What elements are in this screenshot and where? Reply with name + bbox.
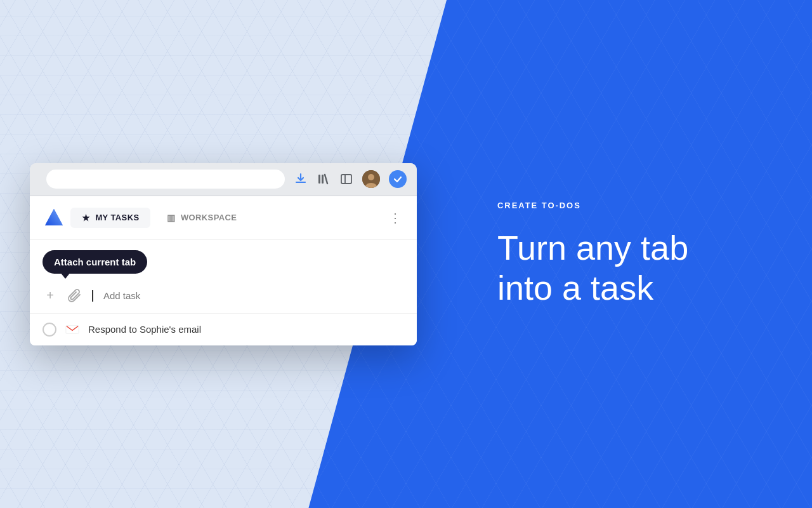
folder-icon: ▥ <box>167 213 175 223</box>
headline-line2: into a task <box>497 268 774 307</box>
svg-rect-0 <box>318 175 320 184</box>
extension-popup: ★ MY TASKS ▥ WORKSPACE ⋮ Attach current … <box>30 196 417 345</box>
left-panel: ★ MY TASKS ▥ WORKSPACE ⋮ Attach current … <box>0 0 447 508</box>
asana-logo <box>43 206 65 229</box>
more-options-button[interactable]: ⋮ <box>386 208 404 228</box>
workspace-tab[interactable]: ▥ WORKSPACE <box>155 208 248 228</box>
headline-line1: Turn any tab <box>497 228 774 267</box>
task-item: Respond to Sophie's email <box>30 314 417 345</box>
page: ★ MY TASKS ▥ WORKSPACE ⋮ Attach current … <box>0 0 812 508</box>
svg-point-5 <box>368 174 374 180</box>
download-icon[interactable] <box>294 172 308 186</box>
address-bar[interactable] <box>46 170 285 189</box>
sidebar-icon[interactable] <box>339 172 353 186</box>
attach-tab-tooltip: Attach current tab <box>43 250 147 274</box>
text-cursor <box>92 290 93 302</box>
asana-extension-icon[interactable] <box>389 170 407 188</box>
gmail-icon <box>65 323 79 337</box>
my-tasks-tab[interactable]: ★ MY TASKS <box>70 208 150 228</box>
task-input-row: + <box>30 279 417 314</box>
add-task-input[interactable] <box>103 290 404 301</box>
svg-rect-2 <box>341 175 351 184</box>
workspace-label: WORKSPACE <box>181 213 237 222</box>
headline: Turn any tab into a task <box>497 228 774 307</box>
svg-rect-1 <box>322 175 324 184</box>
star-icon: ★ <box>82 213 90 223</box>
tooltip-container: Attach current tab <box>43 250 147 274</box>
add-task-button[interactable]: + <box>43 288 58 304</box>
browser-window: ★ MY TASKS ▥ WORKSPACE ⋮ Attach current … <box>30 163 417 345</box>
task-text: Respond to Sophie's email <box>88 324 201 335</box>
user-avatar[interactable] <box>362 170 380 188</box>
browser-chrome <box>30 163 417 196</box>
right-panel: CREATE TO-DOS Turn any tab into a task <box>447 0 812 508</box>
task-checkbox[interactable] <box>43 323 56 337</box>
section-label: CREATE TO-DOS <box>497 201 774 210</box>
attach-icon[interactable] <box>65 286 84 305</box>
popup-header: ★ MY TASKS ▥ WORKSPACE ⋮ <box>30 196 417 240</box>
tooltip-text: Attach current tab <box>54 257 136 267</box>
my-tasks-label: MY TASKS <box>95 213 139 222</box>
library-icon[interactable] <box>317 172 331 186</box>
